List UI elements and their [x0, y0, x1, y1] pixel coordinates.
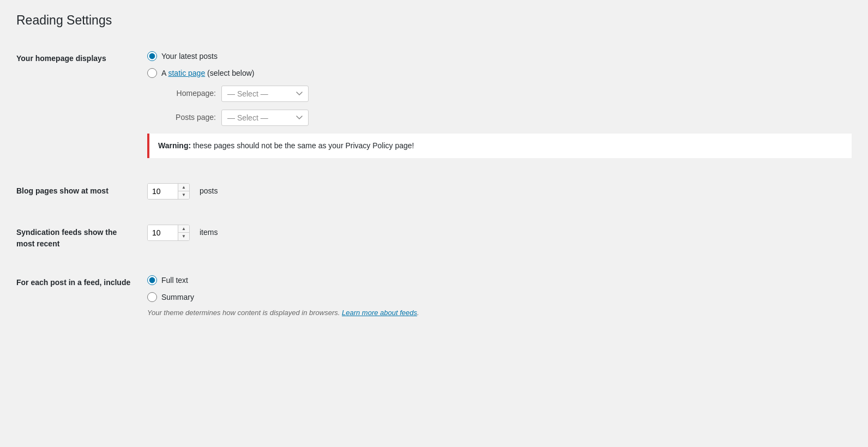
- syndication-spinner: ▲ ▼: [178, 225, 189, 240]
- blog-pages-increment[interactable]: ▲: [178, 184, 189, 191]
- posts-page-select[interactable]: — Select —: [221, 110, 309, 126]
- static-page-fields: Homepage: — Select — Posts page: — Selec…: [161, 86, 852, 126]
- syndication-suffix: items: [200, 227, 218, 238]
- syndication-feeds-label: Syndication feeds show the most recent: [16, 219, 147, 256]
- blog-pages-spinner: ▲ ▼: [178, 184, 189, 199]
- blog-pages-input-wrapper: 10 ▲ ▼: [147, 183, 190, 200]
- feed-include-controls: Full text Summary Your theme determines …: [147, 269, 852, 325]
- blog-pages-suffix: posts: [200, 185, 218, 197]
- full-text-label[interactable]: Full text: [161, 275, 188, 286]
- latest-posts-label[interactable]: Your latest posts: [161, 51, 218, 62]
- homepage-displays-label: Your homepage displays: [16, 45, 147, 165]
- static-prefix-text: A: [161, 69, 168, 77]
- feed-include-row: For each post in a feed, include Full te…: [16, 269, 852, 325]
- blog-pages-label: Blog pages show at most: [16, 178, 147, 206]
- homepage-radio-group: Your latest posts A static page (select …: [147, 51, 852, 79]
- syndication-input[interactable]: 10: [148, 225, 178, 240]
- static-page-radio[interactable]: [147, 68, 157, 78]
- learn-more-link[interactable]: Learn more about feeds: [342, 309, 417, 317]
- summary-radio[interactable]: [147, 292, 157, 302]
- blog-pages-controls: 10 ▲ ▼ posts: [147, 178, 852, 206]
- syndication-input-wrapper: 10 ▲ ▼: [147, 225, 190, 241]
- homepage-select-row: Homepage: — Select —: [161, 86, 852, 102]
- summary-option: Summary: [147, 292, 852, 303]
- full-text-option: Full text: [147, 275, 852, 286]
- posts-page-select-row: Posts page: — Select —: [161, 110, 852, 126]
- feed-note-suffix: .: [417, 309, 419, 317]
- homepage-select[interactable]: — Select —: [221, 86, 309, 102]
- static-suffix-text: (select below): [205, 69, 254, 77]
- syndication-feeds-row: Syndication feeds show the most recent 1…: [16, 219, 852, 256]
- warning-prefix: Warning:: [158, 141, 191, 150]
- homepage-select-label: Homepage:: [161, 88, 216, 99]
- feed-note-prefix: Your theme determines how content is dis…: [147, 309, 342, 317]
- feed-note: Your theme determines how content is dis…: [147, 307, 852, 318]
- latest-posts-option: Your latest posts: [147, 51, 852, 62]
- static-page-link[interactable]: static page: [168, 69, 205, 77]
- full-text-radio[interactable]: [147, 275, 157, 285]
- warning-box: Warning: these pages should not be the s…: [147, 134, 852, 158]
- page-title: Reading Settings: [16, 11, 852, 30]
- homepage-displays-row: Your homepage displays Your latest posts…: [16, 45, 852, 165]
- static-page-label[interactable]: A static page (select below): [161, 68, 254, 79]
- feed-include-label: For each post in a feed, include: [16, 269, 147, 325]
- syndication-decrement[interactable]: ▼: [178, 233, 189, 240]
- latest-posts-radio[interactable]: [147, 51, 157, 61]
- syndication-increment[interactable]: ▲: [178, 225, 189, 233]
- blog-pages-row: Blog pages show at most 10 ▲ ▼ posts: [16, 178, 852, 206]
- homepage-displays-controls: Your latest posts A static page (select …: [147, 45, 852, 165]
- feed-include-radio-group: Full text Summary: [147, 275, 852, 303]
- syndication-feeds-controls: 10 ▲ ▼ items: [147, 219, 852, 256]
- warning-text: these pages should not be the same as yo…: [191, 141, 414, 150]
- blog-pages-input[interactable]: 10: [148, 184, 178, 199]
- summary-label[interactable]: Summary: [161, 292, 194, 303]
- static-page-option: A static page (select below): [147, 68, 852, 79]
- posts-page-select-label: Posts page:: [161, 112, 216, 123]
- blog-pages-decrement[interactable]: ▼: [178, 191, 189, 199]
- syndication-label-text: Syndication feeds show the most recent: [16, 228, 117, 248]
